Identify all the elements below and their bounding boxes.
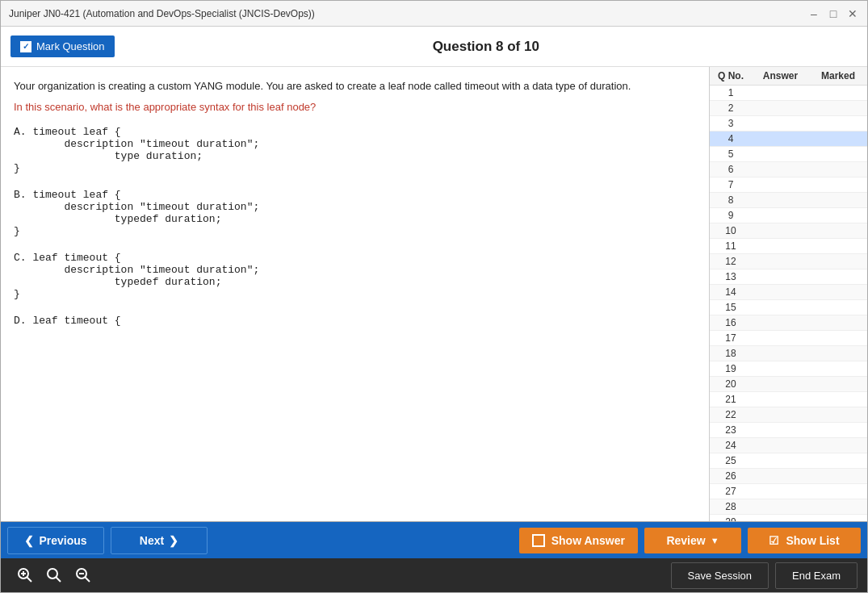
sidebar-row-num: 9	[715, 210, 747, 221]
sidebar-row[interactable]: 9	[710, 208, 867, 223]
sidebar-row[interactable]: 17	[710, 331, 867, 346]
sidebar-row[interactable]: 14	[710, 285, 867, 300]
sidebar-row-answer	[747, 470, 814, 482]
sidebar-row[interactable]: 10	[710, 223, 867, 239]
main-content: Your organization is creating a custom Y…	[1, 67, 867, 521]
show-list-button[interactable]: ☑ Show List	[748, 528, 861, 553]
zoom-in-button[interactable]	[10, 564, 40, 587]
sidebar-row-num: 11	[715, 240, 747, 252]
sidebar-row-answer	[747, 118, 814, 129]
save-session-button[interactable]: Save Session	[671, 562, 769, 589]
sidebar-row[interactable]: 15	[710, 300, 867, 315]
previous-button[interactable]: ❮ Previous	[7, 527, 104, 554]
sidebar-row[interactable]: 8	[710, 193, 867, 208]
sidebar-row[interactable]: 1	[710, 86, 867, 101]
sidebar-row-marked	[814, 118, 862, 129]
sidebar-row[interactable]: 20	[710, 377, 867, 392]
mark-question-button[interactable]: Mark Question	[10, 35, 115, 57]
svg-point-4	[48, 569, 57, 578]
sidebar-row[interactable]: 3	[710, 116, 867, 132]
sidebar-row-num: 5	[715, 148, 747, 160]
sidebar-row[interactable]: 6	[710, 162, 867, 177]
sidebar-row-answer	[747, 271, 814, 282]
sidebar-row-marked	[814, 455, 862, 466]
end-exam-button[interactable]: End Exam	[775, 562, 858, 589]
sidebar-row-answer	[747, 501, 814, 512]
sidebar-row[interactable]: 24	[710, 438, 867, 453]
minimize-button[interactable]: –	[807, 7, 820, 20]
sidebar: Q No. Answer Marked 1 2 3 4 5 6	[710, 67, 867, 521]
sidebar-row-marked	[814, 317, 862, 328]
sidebar-row[interactable]: 29	[710, 515, 867, 521]
close-button[interactable]: ✕	[846, 7, 859, 20]
sidebar-col-answer: Answer	[747, 70, 814, 81]
sidebar-row-answer	[747, 378, 814, 390]
option-b[interactable]: B. timeout leaf { description "timeout d…	[14, 189, 696, 237]
sidebar-row-marked	[814, 286, 862, 298]
zoom-out-button[interactable]	[69, 564, 98, 587]
sidebar-row[interactable]: 28	[710, 499, 867, 515]
sidebar-row[interactable]: 12	[710, 254, 867, 269]
svg-line-5	[57, 578, 61, 583]
sidebar-row[interactable]: 22	[710, 407, 867, 423]
zoom-reset-button[interactable]	[40, 564, 69, 587]
sidebar-row[interactable]: 18	[710, 346, 867, 361]
sidebar-row[interactable]: 13	[710, 269, 867, 285]
question-title: Question 8 of 10	[115, 39, 858, 55]
option-a[interactable]: A. timeout leaf { description "timeout d…	[14, 126, 696, 174]
sidebar-row-marked	[814, 194, 862, 206]
sidebar-row-answer	[747, 424, 814, 436]
prev-arrow-icon: ❮	[24, 534, 34, 547]
sidebar-row-answer	[747, 164, 814, 175]
review-button[interactable]: Review ▼	[644, 528, 741, 553]
sidebar-row[interactable]: 2	[710, 101, 867, 116]
show-list-check-icon: ☑	[769, 534, 779, 547]
zoom-in-icon	[17, 567, 33, 583]
previous-label: Previous	[39, 534, 86, 547]
window-controls: – □ ✕	[807, 7, 859, 20]
sidebar-row-num: 13	[715, 271, 747, 282]
show-answer-button[interactable]: Show Answer	[519, 528, 638, 553]
sidebar-row[interactable]: 23	[710, 423, 867, 438]
sidebar-row-marked	[814, 378, 862, 390]
restore-button[interactable]: □	[827, 7, 840, 20]
option-c[interactable]: C. leaf timeout { description "timeout d…	[14, 252, 696, 300]
zoom-reset-icon	[46, 567, 62, 583]
sidebar-row[interactable]: 25	[710, 453, 867, 469]
sidebar-row[interactable]: 27	[710, 484, 867, 499]
sidebar-row-answer	[747, 317, 814, 328]
sidebar-row-num: 19	[715, 363, 747, 374]
sidebar-row-answer	[747, 286, 814, 298]
sidebar-row-num: 22	[715, 409, 747, 420]
save-session-label: Save Session	[688, 570, 753, 582]
sidebar-row[interactable]: 21	[710, 392, 867, 407]
sidebar-list[interactable]: 1 2 3 4 5 6 7 8	[710, 86, 867, 521]
sidebar-row[interactable]: 4	[710, 132, 867, 147]
sidebar-row-marked	[814, 271, 862, 282]
sidebar-row[interactable]: 19	[710, 361, 867, 377]
review-label: Review	[666, 534, 705, 547]
next-arrow-icon: ❯	[169, 534, 178, 547]
svg-line-7	[86, 578, 90, 583]
sidebar-row-num: 12	[715, 256, 747, 267]
mark-checkbox-icon	[20, 41, 31, 52]
sidebar-row-answer	[747, 332, 814, 344]
toolbar: Mark Question Question 8 of 10	[1, 27, 867, 67]
sidebar-row-answer	[747, 348, 814, 359]
end-exam-label: End Exam	[792, 570, 841, 582]
sidebar-row[interactable]: 11	[710, 239, 867, 254]
sidebar-row-num: 6	[715, 164, 747, 175]
sidebar-row[interactable]: 7	[710, 177, 867, 193]
sidebar-row-marked	[814, 133, 862, 144]
sidebar-row-num: 24	[715, 440, 747, 451]
next-button[interactable]: Next ❯	[111, 527, 208, 554]
option-d[interactable]: D. leaf timeout {	[14, 315, 696, 327]
question-area: Your organization is creating a custom Y…	[1, 67, 710, 521]
sidebar-row-num: 21	[715, 394, 747, 405]
sidebar-row[interactable]: 5	[710, 147, 867, 162]
sidebar-row-answer	[747, 256, 814, 267]
zoom-out-icon	[75, 567, 91, 583]
sidebar-row[interactable]: 26	[710, 469, 867, 484]
sidebar-row[interactable]: 16	[710, 315, 867, 331]
sidebar-row-num: 15	[715, 302, 747, 313]
